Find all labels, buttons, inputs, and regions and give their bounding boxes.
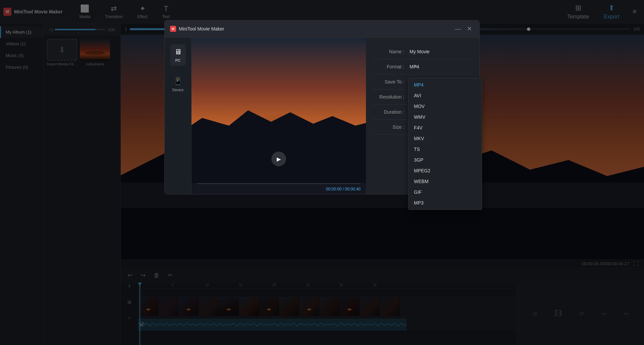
dialog-overlay: M MiniTool Movie Maker — ✕ 🖥 PC 📱 Device [0,0,644,345]
dialog-settings: Name : Format : MP4 ▼ MP4 AVI MOV [366,38,479,194]
format-option-avi[interactable]: AVI [409,90,482,101]
format-option-3gp[interactable]: 3GP [409,155,482,165]
name-input[interactable] [410,49,470,54]
duration-label: Duration : [373,109,410,115]
size-label: Size : [373,124,410,130]
format-option-mkv[interactable]: MKV [409,133,482,144]
dialog-minimize-button[interactable]: — [452,25,464,33]
dialog-close-button[interactable]: ✕ [465,24,474,33]
resolution-label: Resolution : [373,94,410,100]
dialog-play-button[interactable]: ▶ [271,152,286,166]
name-label: Name : [373,49,410,54]
format-dropdown-popup: MP4 AVI MOV WMV F4V MKV TS 3GP MPEG2 WEB… [408,78,482,210]
format-option-webm[interactable]: WEBM [409,176,482,187]
format-setting-row: Format : MP4 ▼ MP4 AVI MOV WMV F4V MKV T… [373,59,473,74]
device-icon: 📱 [173,77,182,86]
dialog-nav-pc[interactable]: 🖥 PC [170,44,186,66]
play-icon: ▶ [277,156,281,162]
format-option-wmv[interactable]: WMV [409,112,482,122]
dialog-title: MiniTool Movie Maker [179,26,452,32]
name-setting-row: Name : [373,44,473,59]
format-option-mov[interactable]: MOV [409,101,482,112]
dialog-video-time: 00:00:00 / 00:00:40 [192,184,366,194]
format-option-gif[interactable]: GIF [409,187,482,197]
format-option-ts[interactable]: TS [409,144,482,155]
pc-label: PC [175,58,180,62]
format-option-mpeg2[interactable]: MPEG2 [409,165,482,176]
pc-icon: 🖥 [174,48,182,56]
export-dialog: M MiniTool Movie Maker — ✕ 🖥 PC 📱 Device [164,20,480,194]
dialog-body: 🖥 PC 📱 Device [165,38,479,194]
device-label: Device [172,88,184,92]
dialog-progress-bar[interactable] [197,183,361,184]
format-select-container: MP4 ▼ [410,64,419,69]
dialog-titlebar: M MiniTool Movie Maker — ✕ [165,20,479,38]
dialog-nav-device[interactable]: 📱 Device [168,74,188,95]
format-label: Format : [373,64,410,69]
dialog-nav: 🖥 PC 📱 Device [165,38,192,194]
saveto-label: Save To : [373,79,410,84]
format-option-mp3[interactable]: MP3 [409,197,482,208]
format-option-mp4[interactable]: MP4 [409,79,482,90]
format-value[interactable]: MP4 [410,64,419,69]
format-option-f4v[interactable]: F4V [409,122,482,133]
dialog-logo: M [170,26,176,32]
dialog-preview: ▶ 00:00:00 / 00:00:40 [192,38,366,194]
dialog-video-preview: ▶ [192,38,366,183]
